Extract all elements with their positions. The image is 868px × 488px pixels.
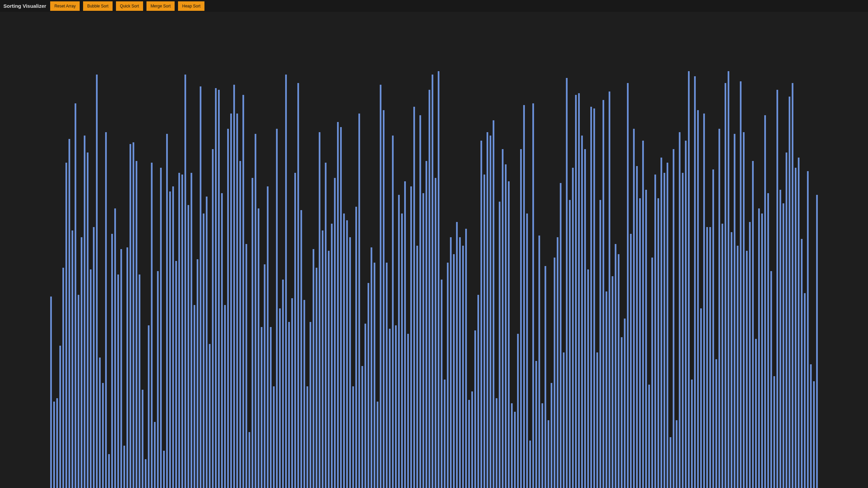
array-bar — [798, 158, 800, 488]
array-bar — [209, 344, 211, 488]
array-bar — [81, 237, 82, 488]
array-bar — [773, 376, 775, 488]
array-bar — [352, 386, 354, 488]
array-bar — [444, 380, 446, 488]
array-bar — [587, 269, 589, 488]
array-bar — [441, 280, 442, 488]
array-bar — [123, 446, 125, 488]
array-bar — [654, 175, 656, 488]
array-bar — [496, 398, 497, 488]
array-bar — [105, 132, 107, 488]
array-bar — [383, 110, 384, 488]
array-bar — [197, 259, 198, 488]
array-bar — [126, 247, 128, 488]
array-bar — [364, 324, 366, 488]
array-bar — [706, 227, 708, 488]
array-bar — [221, 193, 223, 488]
array-bar — [566, 78, 568, 488]
array-bar — [255, 134, 256, 488]
array-bar — [108, 454, 110, 488]
array-bar — [355, 207, 357, 488]
array-bar — [181, 175, 183, 488]
array-bar — [767, 193, 769, 488]
array-bar — [346, 220, 348, 488]
array-bar — [78, 295, 79, 488]
array-bar — [554, 258, 555, 488]
array-bar — [429, 90, 430, 488]
array-bar — [612, 276, 613, 488]
array-bar — [529, 441, 531, 488]
array-bar — [148, 325, 150, 488]
navbar: Sorting Visualizer Reset Array Bubble So… — [0, 0, 868, 12]
reset-array-button[interactable]: Reset Array — [50, 1, 80, 11]
array-bar — [206, 197, 208, 488]
array-bar — [630, 234, 632, 488]
array-bar — [783, 203, 784, 488]
array-bar — [639, 198, 641, 488]
array-bar — [139, 274, 140, 488]
array-bar — [236, 114, 238, 488]
array-bar — [395, 325, 397, 488]
array-bar — [120, 249, 122, 488]
array-bar — [90, 269, 92, 488]
array-bar — [816, 195, 818, 488]
array-bar — [645, 190, 647, 488]
array-bar — [718, 129, 720, 488]
array-bar — [557, 237, 558, 488]
array-bar — [660, 158, 662, 488]
array-bar — [743, 132, 745, 488]
array-bar — [517, 334, 519, 488]
array-bar — [682, 173, 684, 488]
array-bar — [270, 327, 272, 488]
array-bar — [776, 90, 778, 488]
array-bar — [780, 190, 781, 488]
array-bar — [575, 95, 577, 488]
array-bar — [386, 263, 388, 488]
array-bar — [227, 129, 229, 488]
array-bar — [584, 149, 586, 488]
array-bar — [624, 319, 626, 488]
array-bar — [603, 100, 604, 488]
array-bar — [261, 327, 262, 488]
heap-sort-button[interactable]: Heap Sort — [178, 1, 204, 11]
array-bar — [499, 202, 500, 488]
array-bar — [514, 412, 516, 488]
array-bar — [401, 214, 403, 488]
merge-sort-button[interactable]: Merge Sort — [146, 1, 175, 11]
array-bar — [319, 132, 320, 488]
array-bar — [786, 152, 787, 488]
array-bar — [511, 403, 513, 488]
array-bar — [618, 254, 619, 488]
array-bar — [169, 191, 171, 488]
array-bar — [676, 420, 677, 488]
array-bar — [450, 237, 452, 488]
array-bar — [670, 437, 671, 488]
array-bar — [184, 75, 186, 488]
array-bar — [694, 76, 696, 488]
array-bar — [313, 249, 314, 488]
array-bar — [734, 134, 735, 488]
array-bar — [249, 432, 250, 488]
array-bar — [792, 83, 793, 488]
array-bar — [307, 386, 308, 488]
array-bar — [487, 132, 488, 488]
array-bar — [526, 214, 528, 488]
bubble-sort-button[interactable]: Bubble Sort — [83, 1, 113, 11]
array-bar — [664, 173, 665, 488]
array-bar — [203, 214, 204, 488]
array-bar — [337, 122, 339, 488]
array-bar — [673, 149, 674, 488]
array-bar — [422, 193, 424, 488]
array-bar — [200, 86, 201, 488]
array-bar — [563, 352, 565, 488]
array-bar — [282, 280, 284, 488]
array-bar — [358, 114, 360, 488]
array-bar — [523, 105, 525, 488]
array-bar — [505, 164, 507, 488]
array-bar — [746, 251, 748, 488]
array-bar — [62, 268, 64, 488]
array-bar — [465, 229, 467, 488]
array-bar — [303, 300, 305, 488]
quick-sort-button[interactable]: Quick Sort — [116, 1, 143, 11]
array-bar — [416, 246, 418, 488]
